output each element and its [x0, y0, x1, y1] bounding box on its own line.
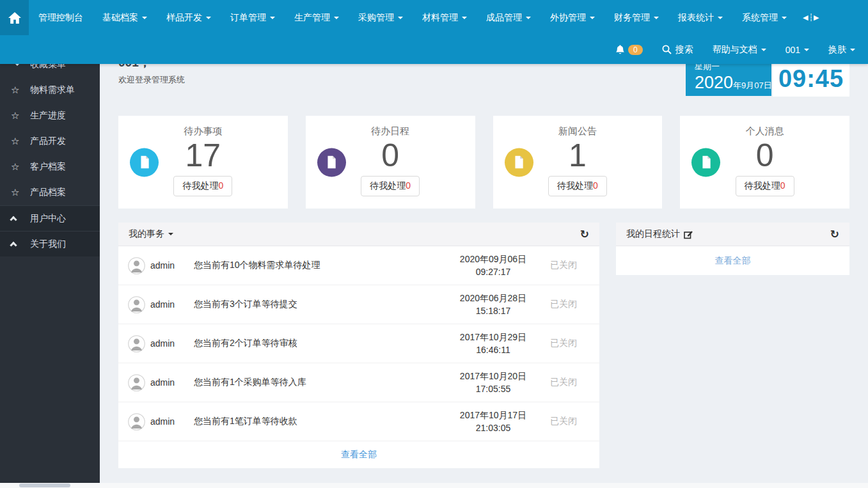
tasks-view-all-link[interactable]: 查看全部 [118, 441, 599, 468]
task-user: admin [150, 260, 194, 271]
nav-item-order-management[interactable]: 订单管理 [221, 0, 285, 35]
sidebar-item-label: 关于我们 [30, 239, 66, 250]
task-datetime: 2020年06月28日15:18:17 [452, 292, 535, 317]
nav-item-basic-archives[interactable]: 基础档案 [93, 0, 157, 35]
caret-down-icon [804, 49, 809, 51]
task-status-badge: 已关闭 [550, 416, 590, 427]
caret-down-icon [142, 17, 147, 19]
notification-count-badge: 0 [628, 45, 643, 55]
caret-down-icon [334, 17, 339, 19]
task-datetime: 2017年10月29日16:46:11 [452, 331, 535, 356]
stat-card-title: 待办日程 [306, 116, 475, 138]
sidebar-item-production-progress[interactable]: ☆ 生产进度 [0, 103, 100, 129]
task-datetime: 2017年10月17日21:03:05 [452, 409, 535, 434]
stat-card-title: 个人消息 [680, 116, 849, 138]
home-button[interactable] [0, 0, 29, 35]
nav-item-report-statistics[interactable]: 报表统计 [668, 0, 732, 35]
edit-icon[interactable] [684, 230, 693, 239]
avatar [128, 374, 145, 391]
stat-card-title: 待办事项 [118, 116, 288, 138]
caret-down-icon [718, 17, 723, 19]
task-datetime: 2017年10月20日17:05:55 [452, 370, 535, 395]
task-user: admin [150, 416, 194, 427]
sidebar-item-product-development[interactable]: ☆ 产品开发 [0, 129, 100, 154]
task-status-badge: 已关闭 [550, 299, 590, 310]
caret-down-icon [850, 49, 855, 51]
date-widget: 星期一 2020年9月07日 [686, 59, 771, 96]
task-message: 您当前有1个采购单等待入库 [194, 377, 452, 388]
document-icon [317, 148, 346, 177]
search-icon [662, 45, 672, 54]
time-label: 09:45 [778, 65, 844, 93]
pending-for-me-button[interactable]: 待我处理0 [736, 176, 794, 196]
sidebar-item-user-center[interactable]: 用户中心 [0, 205, 100, 231]
sidebar-item-material-requisition[interactable]: ☆ 物料需求单 [0, 77, 100, 103]
notifications-button[interactable]: 0 [615, 45, 643, 55]
nav-item-finished-goods-management[interactable]: 成品管理 [477, 0, 541, 35]
sidebar-item-label: 生产进度 [30, 110, 66, 122]
task-row[interactable]: admin 您当前有1个采购单等待入库 2017年10月20日17:05:55 … [118, 363, 599, 402]
skin-switch-menu[interactable]: 换肤 [828, 44, 855, 56]
pending-for-me-button[interactable]: 待我处理0 [173, 176, 232, 196]
task-message: 您当前有10个物料需求单待处理 [194, 260, 452, 271]
stat-card-todo-schedule: 待办日程 0 待我处理0 [306, 116, 475, 209]
refresh-icon[interactable]: ↻ [580, 229, 589, 240]
avatar [128, 296, 145, 313]
caret-down-icon [526, 17, 531, 19]
caret-down-icon [206, 17, 211, 19]
caret-down-icon [168, 233, 173, 235]
stat-card-todo-items: 待办事项 17 待我处理0 [118, 116, 288, 209]
home-icon [8, 12, 22, 24]
nav-item-console[interactable]: 管理控制台 [29, 0, 93, 35]
task-message: 您当前有3个订单等待提交 [194, 299, 452, 310]
star-icon: ☆ [11, 110, 30, 122]
help-docs-menu[interactable]: 帮助与文档 [713, 44, 766, 56]
task-user: admin [150, 299, 194, 310]
nav-item-system-management[interactable]: 系统管理 [732, 0, 796, 35]
user-menu[interactable]: 001 [785, 45, 809, 55]
document-icon [505, 148, 533, 177]
schedule-stats-title: 我的日程统计 [626, 228, 693, 240]
document-icon [130, 148, 159, 177]
task-row[interactable]: admin 您当前有3个订单等待提交 2020年06月28日15:18:17 已… [118, 285, 599, 324]
sidebar-item-customer-archives[interactable]: ☆ 客户档案 [0, 154, 100, 180]
nav-item-production-management[interactable]: 生产管理 [285, 0, 349, 35]
sidebar-collapse-toggle-icon[interactable]: ◀┆▶ [796, 0, 826, 35]
task-row[interactable]: admin 您当前有1笔订单等待收款 2017年10月17日21:03:05 已… [118, 402, 599, 441]
chevron-up-icon [11, 242, 30, 247]
sidebar-item-label: 物料需求单 [30, 84, 75, 96]
sidebar-item-about-us[interactable]: 关于我们 [0, 231, 100, 256]
nav-item-material-management[interactable]: 材料管理 [413, 0, 477, 35]
document-icon [691, 148, 720, 177]
pending-for-me-button[interactable]: 待我处理0 [361, 176, 420, 196]
caret-down-icon [761, 49, 766, 51]
horizontal-scrollbar-thumb[interactable] [19, 484, 70, 487]
caret-down-icon [398, 17, 403, 19]
nav-item-outsourcing-management[interactable]: 外协管理 [541, 0, 604, 35]
caret-down-icon [654, 17, 659, 19]
stat-card-personal-messages: 个人消息 0 待我处理0 [680, 116, 849, 209]
task-row[interactable]: admin 您当前有2个订单等待审核 2017年10月29日16:46:11 已… [118, 324, 599, 363]
refresh-icon[interactable]: ↻ [830, 229, 839, 240]
star-icon: ☆ [11, 187, 30, 198]
schedule-view-all-link[interactable]: 查看全部 [616, 246, 849, 275]
pending-count: 0 [406, 180, 411, 191]
sidebar-item-label: 用户中心 [30, 213, 66, 224]
sidebar-item-label: 客户档案 [30, 161, 66, 173]
stat-card-title: 新闻公告 [493, 116, 663, 138]
sidebar-item-product-archives[interactable]: ☆ 产品档案 [0, 180, 100, 205]
bell-icon [615, 45, 625, 55]
stat-cards-row: 待办事项 17 待我处理0 待办日程 0 待我处理0 新闻公告 1 待我处理0 … [118, 116, 849, 209]
greeting-welcome: 欢迎登录管理系统 [118, 74, 185, 86]
pending-for-me-button[interactable]: 待我处理0 [548, 176, 607, 196]
nav-item-finance-management[interactable]: 财务管理 [604, 0, 668, 35]
pending-count: 0 [780, 180, 785, 191]
nav-item-sample-development[interactable]: 样品开发 [157, 0, 221, 35]
task-row[interactable]: admin 您当前有10个物料需求单待处理 2020年09月06日09:27:1… [118, 246, 599, 285]
avatar [128, 335, 145, 352]
search-button[interactable]: 搜索 [662, 44, 693, 56]
task-status-badge: 已关闭 [550, 377, 590, 388]
year-label: 2020 [695, 73, 733, 92]
nav-item-purchase-management[interactable]: 采购管理 [349, 0, 413, 35]
my-tasks-title[interactable]: 我的事务 [129, 228, 173, 240]
